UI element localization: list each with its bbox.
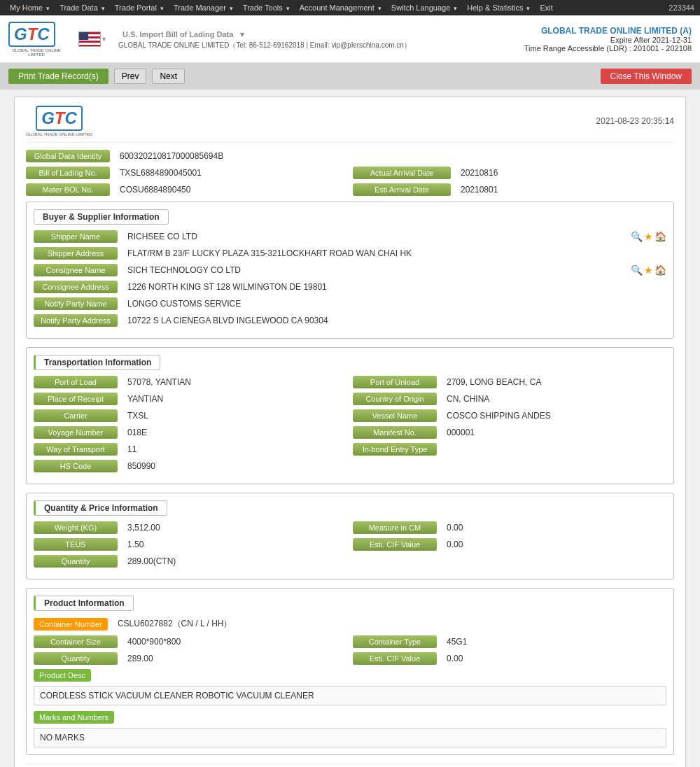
- hs-code-label: HS Code: [34, 460, 118, 472]
- logo-area: G T C GLOBAL TRADE ONLINE LIMITED: [8, 22, 64, 57]
- time-range: Time Range Accessible (LDR) : 201001 - 2…: [524, 44, 692, 52]
- shipper-name-icons: 🔍 ★ 🏠: [628, 231, 666, 242]
- notify-party-address-value: 10722 S LA CIENEGA BLVD INGLEWOOD CA 903…: [123, 314, 666, 327]
- nav-exit[interactable]: Exit: [536, 3, 556, 12]
- carrier-pair: Carrier TXSL: [34, 409, 347, 422]
- nav-trade-portal[interactable]: Trade Portal ▾: [111, 3, 168, 12]
- manifest-label: Manifest No.: [353, 426, 437, 439]
- voyage-pair: Voyage Number 018E: [34, 426, 347, 439]
- receipt-origin-row: Place of Receipt YANTIAN Country of Orig…: [34, 393, 666, 405]
- shipper-address-row: Shipper Address FLAT/RM B 23/F LUCKY PLA…: [34, 247, 666, 260]
- notify-party-name-label: Notify Party Name: [34, 297, 118, 310]
- manifest-pair: Manifest No. 000001: [353, 426, 666, 439]
- vessel-name-value: COSCO SHIPPING ANDES: [442, 409, 666, 422]
- main-content: G T C GLOBAL TRADE ONLINE LIMITED 2021-0…: [0, 90, 700, 767]
- transportation-header: Transportation Information: [34, 355, 160, 370]
- consignee-name-icons: 🔍 ★ 🏠: [628, 265, 666, 276]
- voyage-manifest-row: Voyage Number 018E Manifest No. 000001: [34, 426, 666, 439]
- next-button-top[interactable]: Next: [152, 69, 185, 84]
- shipper-address-value: FLAT/RM B 23/F LUCKY PLAZA 315-321LOCKHA…: [123, 247, 666, 260]
- container-number-row: Container Number CSLU6027882（CN / L / HH…: [34, 617, 666, 631]
- buyer-supplier-header: Buyer & Supplier Information: [34, 209, 169, 225]
- vessel-name-pair: Vessel Name COSCO SHIPPING ANDES: [353, 409, 666, 422]
- weight-label: Weight (KG): [34, 521, 118, 534]
- shipper-home-icon[interactable]: 🏠: [654, 231, 666, 242]
- esti-arrival-label: Esti Arrival Date: [353, 183, 451, 196]
- container-type-pair: Container Type 45G1: [353, 635, 666, 648]
- notify-party-name-value: LONGO CUSTOMS SERVICE: [123, 297, 666, 310]
- card-gtc-logo: G T C: [36, 106, 83, 131]
- consignee-home-icon[interactable]: 🏠: [654, 265, 666, 276]
- measure-label: Measure in CM: [353, 521, 437, 534]
- shipper-star-icon[interactable]: ★: [644, 231, 653, 242]
- weight-measure-row: Weight (KG) 3,512.00 Measure in CM 0.00: [34, 521, 666, 534]
- nav-trade-tools[interactable]: Trade Tools ▾: [239, 3, 294, 12]
- quantity-price-header: Quantity & Price Information: [34, 500, 167, 516]
- voyage-value: 018E: [123, 426, 347, 439]
- marks-numbers-label[interactable]: Marks and Numbers: [34, 711, 114, 724]
- port-load-label: Port of Load: [34, 376, 118, 388]
- consignee-address-row: Consignee Address 1226 NORTH KING ST 128…: [34, 281, 666, 293]
- port-row: Port of Load 57078, YANTIAN Port of Unlo…: [34, 376, 666, 388]
- carrier-vessel-row: Carrier TXSL Vessel Name COSCO SHIPPING …: [34, 409, 666, 422]
- header-center: U.S. Import Bill of Lading Data ▾ GLOBAL…: [111, 27, 524, 50]
- product-info-block: Product Information Container Number CSL…: [26, 588, 674, 755]
- nav-help-statistics[interactable]: Help & Statistics ▾: [463, 3, 534, 12]
- flag-canton: [79, 32, 88, 40]
- port-unload-pair: Port of Unload 2709, LONG BEACH, CA: [353, 376, 666, 388]
- product-desc-label[interactable]: Product Desc: [34, 669, 91, 682]
- prev-button-top[interactable]: Prev: [114, 69, 147, 84]
- logo-subtitle: GLOBAL TRADE ONLINE LIMITED: [8, 48, 64, 57]
- place-receipt-value: YANTIAN: [123, 393, 347, 405]
- shipper-address-label: Shipper Address: [34, 247, 118, 260]
- measure-value: 0.00: [442, 521, 666, 534]
- notify-party-address-label: Notify Party Address: [34, 314, 118, 327]
- consignee-search-icon[interactable]: 🔍: [631, 265, 643, 276]
- container-number-value: CSLU6027882（CN / L / HH）: [113, 617, 666, 631]
- consignee-name-row: Consignee Name SICH TECHNOLOGY CO LTD 🔍 …: [34, 264, 666, 276]
- header-subtitle: GLOBAL TRADE ONLINE LIMITED（Tel: 86-512-…: [118, 41, 524, 50]
- transportation-section: Transportation Information Port of Load …: [26, 347, 674, 484]
- card-logo: G T C GLOBAL TRADE ONLINE LIMITED: [26, 106, 92, 136]
- close-button-top[interactable]: Close This Window: [601, 69, 692, 84]
- title-dropdown[interactable]: ▾: [240, 30, 244, 38]
- consignee-star-icon[interactable]: ★: [644, 265, 653, 276]
- port-load-value: 57078, YANTIAN: [123, 376, 347, 388]
- transport-inbond-row: Way of Transport 11 In-bond Entry Type: [34, 443, 666, 456]
- quantity-row: Quantity 289.00(CTN): [34, 555, 666, 568]
- print-button-top[interactable]: Print Trade Record(s): [8, 69, 108, 84]
- consignee-name-label: Consignee Name: [34, 264, 118, 276]
- inbond-label: In-bond Entry Type: [353, 443, 437, 456]
- container-number-label[interactable]: Container Number: [34, 618, 108, 631]
- prod-quantity-pair: Quantity 289.00: [34, 652, 347, 665]
- prod-quantity-value: 289.00: [123, 652, 347, 665]
- header-right: GLOBAL TRADE ONLINE LIMITED (A) Expire A…: [524, 26, 692, 52]
- quantity-value: 289.00(CTN): [123, 555, 666, 568]
- nav-switch-language[interactable]: Switch Language ▾: [387, 3, 461, 12]
- prod-quantity-cif-row: Quantity 289.00 Esti. CIF Value 0.00: [34, 652, 666, 665]
- nav-trade-manager[interactable]: Trade Manager ▾: [169, 3, 237, 12]
- voyage-label: Voyage Number: [34, 426, 118, 439]
- vessel-name-label: Vessel Name: [353, 409, 437, 422]
- shipper-name-row: Shipper Name RICHSEE CO LTD 🔍 ★ 🏠: [34, 230, 666, 243]
- container-type-label: Container Type: [353, 635, 437, 648]
- nav-my-home[interactable]: My Home ▾: [6, 3, 54, 12]
- place-receipt-pair: Place of Receipt YANTIAN: [34, 393, 347, 405]
- weight-value: 3,512.00: [123, 521, 347, 534]
- inbond-value: [442, 448, 666, 451]
- esti-arrival-value: 20210801: [456, 183, 674, 196]
- shipper-search-icon[interactable]: 🔍: [631, 231, 643, 242]
- global-data-identity-row: Global Data Identity 6003202108170000856…: [26, 150, 674, 162]
- cif-pair: Esti. CIF Value 0.00: [353, 538, 666, 551]
- top-action-bar: Print Trade Record(s) Prev Next Close Th…: [0, 63, 700, 90]
- measure-pair: Measure in CM 0.00: [353, 521, 666, 534]
- flag-dropdown-arrow[interactable]: ▾: [102, 35, 106, 43]
- way-transport-value: 11: [123, 443, 347, 456]
- user-id: 223344: [668, 3, 694, 12]
- cif-label: Esti. CIF Value: [353, 538, 437, 551]
- manifest-value: 000001: [442, 426, 666, 439]
- container-type-value: 45G1: [442, 635, 666, 648]
- nav-trade-data[interactable]: Trade Data ▾: [55, 3, 109, 12]
- nav-account-management[interactable]: Account Management ▾: [295, 3, 386, 12]
- teus-value: 1.50: [123, 538, 347, 551]
